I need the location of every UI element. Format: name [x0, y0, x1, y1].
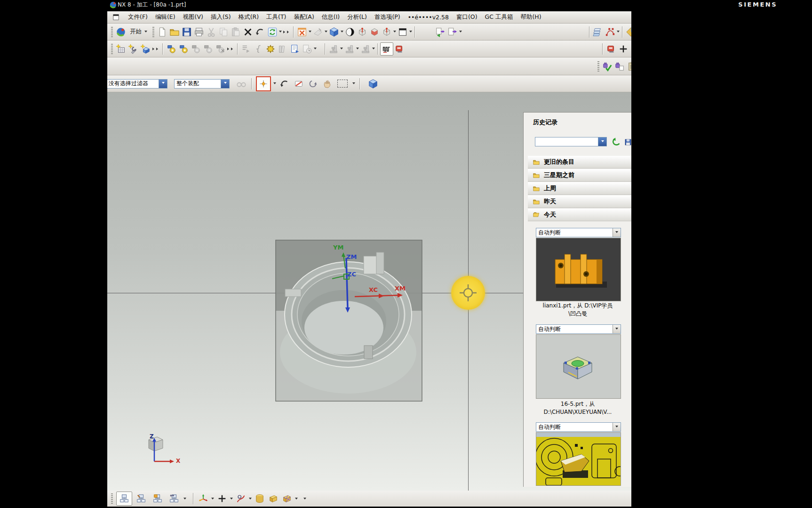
toolbar-grip[interactable] [111, 44, 113, 54]
toolbar-grip[interactable] [152, 27, 154, 37]
toolbar-grip[interactable] [111, 493, 113, 504]
render-style-button[interactable] [344, 26, 356, 38]
chevron-down-icon[interactable] [279, 31, 282, 34]
machine-tool-view-button[interactable] [134, 492, 149, 505]
create-tool-button[interactable] [127, 43, 139, 55]
chevron-down-icon[interactable] [340, 48, 343, 51]
chevron-down-icon[interactable] [341, 31, 343, 34]
chevron-down-icon[interactable] [372, 48, 375, 51]
history-item-type-combo[interactable]: 自动判断 [536, 422, 621, 432]
history-item-thumbnail[interactable] [536, 334, 621, 399]
gold-diamond-button[interactable] [625, 26, 631, 38]
chevron-down-icon[interactable] [273, 82, 276, 86]
start-button[interactable]: 开始 [127, 27, 151, 37]
gear-button[interactable] [264, 43, 277, 55]
chevron-down-icon[interactable] [356, 48, 359, 51]
new-file-button[interactable] [156, 26, 168, 38]
dropdown-button[interactable] [221, 80, 229, 88]
chevron-down-icon[interactable] [249, 498, 252, 501]
menu-gc-toolbox[interactable]: GC 工具箱 [485, 13, 513, 21]
fit-view-button[interactable] [296, 26, 308, 38]
chevron-down-icon[interactable] [314, 48, 317, 51]
toolbar-overflow[interactable] [283, 31, 290, 33]
chevron-down-icon[interactable] [409, 31, 412, 34]
undo-selection-button[interactable] [279, 78, 291, 90]
chevron-down-icon[interactable] [325, 31, 327, 34]
move-component-button[interactable] [446, 26, 459, 38]
operation-button-2[interactable] [177, 43, 190, 55]
spline-edit-button[interactable] [604, 26, 616, 38]
layer-settings-button[interactable] [592, 26, 604, 38]
postprocess-button[interactable] [393, 43, 406, 55]
drafting-button[interactable] [235, 492, 247, 505]
toolbar-overflow[interactable] [152, 48, 159, 50]
print-button[interactable] [193, 26, 205, 38]
show-hide-button[interactable] [434, 26, 446, 38]
menu-edit[interactable]: 编辑(E) [155, 13, 175, 21]
toolbar-grip[interactable] [597, 61, 599, 72]
postprocess-button-2[interactable] [605, 43, 617, 55]
snap-point-button[interactable] [256, 76, 271, 91]
chevron-down-icon[interactable] [617, 31, 620, 34]
program-order-view-button[interactable] [116, 492, 132, 506]
menu-information[interactable]: 信息(I) [322, 13, 340, 21]
history-folder-three-weeks[interactable]: 三星期之前 [528, 169, 631, 182]
show-model-button[interactable] [367, 78, 379, 90]
menu-assemblies[interactable]: 装配(A) [294, 13, 314, 21]
point-button[interactable] [216, 492, 228, 505]
history-folder-today[interactable]: 今天 [528, 209, 631, 221]
faceted-cube-button[interactable] [281, 492, 293, 505]
erase-button[interactable] [293, 78, 305, 90]
operation-button-1[interactable] [165, 43, 177, 55]
pan-button[interactable] [321, 78, 333, 90]
save-button[interactable] [181, 26, 193, 38]
toolbar-grip[interactable] [111, 27, 113, 37]
history-item-type-combo[interactable]: 自动判断 [536, 324, 621, 334]
section-view-button-2[interactable] [381, 26, 393, 38]
history-browse-button[interactable] [624, 136, 631, 148]
rect-select-button[interactable] [335, 78, 350, 90]
history-search-input[interactable] [535, 137, 598, 146]
toolpath-wave-button[interactable] [380, 42, 393, 56]
undo-button[interactable] [254, 26, 266, 38]
history-item-thumbnail[interactable] [536, 238, 621, 301]
selection-filter-combo[interactable]: 没有选择过滤器 [107, 79, 167, 89]
menu-file[interactable]: 文件(F) [128, 13, 148, 21]
window-display-button[interactable] [397, 26, 409, 38]
chevron-down-icon[interactable] [352, 82, 355, 86]
chevron-down-icon[interactable] [309, 31, 311, 34]
history-folder-yesterday[interactable]: 昨天 [528, 195, 631, 208]
chevron-down-icon[interactable] [211, 498, 214, 501]
menu-insert[interactable]: 插入(S) [211, 13, 231, 21]
menu-tools[interactable]: 工具(T) [266, 13, 286, 21]
dropdown-button[interactable] [613, 228, 621, 237]
orbit-button[interactable] [307, 78, 319, 90]
selection-scope-combo[interactable]: 整个装配 [174, 79, 230, 89]
method-view-button[interactable] [167, 492, 182, 505]
dropdown-button[interactable] [159, 80, 167, 88]
menu-analysis[interactable]: 分析(L) [347, 13, 367, 21]
refresh-button[interactable] [266, 26, 279, 38]
delete-button[interactable] [242, 26, 254, 38]
chevron-down-icon[interactable] [230, 498, 233, 501]
chevron-down-icon[interactable] [295, 498, 298, 501]
menu-preferences[interactable]: 首选项(P) [374, 13, 400, 21]
menu-format[interactable]: 格式(R) [239, 13, 259, 21]
section-red-button[interactable] [368, 26, 381, 38]
dropdown-button[interactable] [598, 137, 606, 146]
machine-doc-button[interactable] [613, 60, 626, 73]
chevron-down-icon[interactable] [393, 31, 396, 34]
datum-csys-button[interactable] [197, 492, 209, 505]
dropdown-button[interactable] [613, 325, 621, 333]
block-button[interactable] [267, 492, 279, 505]
history-revert-button[interactable] [610, 136, 622, 148]
menu-plugin[interactable]: ••é••••v2.58 [408, 14, 449, 21]
create-geometry-button[interactable] [139, 43, 151, 55]
section-view-button[interactable] [356, 26, 368, 38]
history-item-type-combo[interactable]: 自动判断 [536, 228, 621, 237]
shaded-view-button[interactable] [328, 26, 340, 38]
menu-window[interactable]: 窗口(O) [456, 13, 478, 21]
history-item-thumbnail[interactable] [536, 432, 621, 486]
clipboard-button[interactable] [626, 60, 631, 73]
edit-doc-button[interactable] [289, 43, 301, 55]
